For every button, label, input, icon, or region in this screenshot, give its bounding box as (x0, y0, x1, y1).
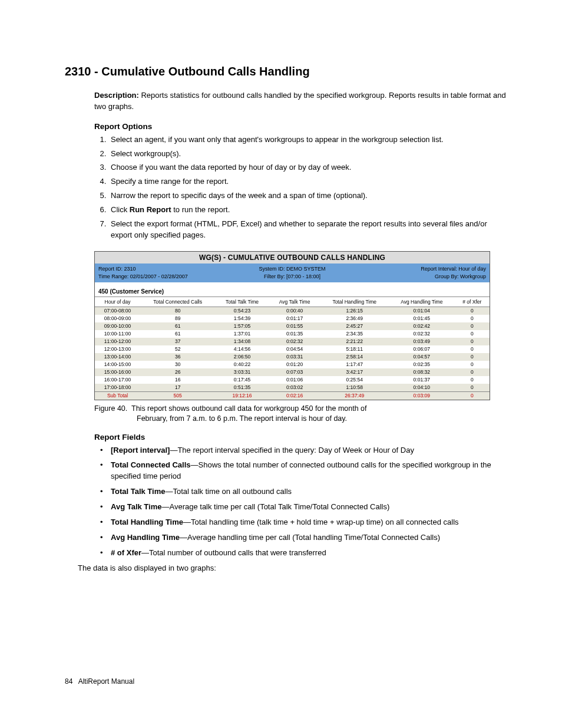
table-cell: 0 (455, 315, 490, 322)
table-cell: 0 (455, 307, 490, 315)
table-cell: 0:01:35 (269, 330, 320, 338)
field-name: [Report interval] (111, 446, 170, 454)
report-data-table: Hour of day Total Connected Calls Total … (95, 297, 490, 400)
table-cell: 07:00-08:00 (95, 307, 140, 315)
description-paragraph: Description: Reports statistics for outb… (94, 90, 509, 113)
table-cell: 16:00-17:00 (95, 376, 140, 384)
table-cell: 16 (140, 376, 215, 384)
table-cell: 0:40:22 (215, 361, 269, 368)
report-meta-bar: Report ID: 2310 System ID: DEMO SYSTEM R… (95, 263, 490, 282)
table-cell: 0:07:03 (269, 368, 320, 376)
table-cell: 1:17:47 (320, 361, 389, 368)
table-row: 15:00-16:00263:03:310:07:033:42:170:08:3… (95, 368, 490, 376)
table-row: 07:00-08:00800:54:230:00:401:26:150:01:0… (95, 307, 490, 315)
field-desc: —The report interval specified in the qu… (170, 446, 414, 454)
table-cell: 0 (455, 376, 490, 384)
table-cell: 0:00:40 (269, 307, 320, 315)
field-name: Avg Talk Time (111, 502, 161, 511)
col-avgtalk: Avg Talk Time (269, 297, 320, 307)
table-cell: 0:51:35 (215, 384, 269, 392)
table-cell: 1:54:39 (215, 315, 269, 322)
table-cell: 0:02:42 (389, 322, 455, 330)
page-number: 84 (65, 677, 72, 686)
workgroup-label: 450 (Customer Service) (95, 282, 490, 297)
list-item: Avg Talk Time—Average talk time per call… (108, 502, 509, 513)
table-cell: 0 (455, 368, 490, 376)
list-item: Total Connected Calls—Shows the total nu… (108, 460, 509, 482)
table-cell: 0 (455, 384, 490, 392)
table-cell: 89 (140, 315, 215, 322)
table-cell: 61 (140, 322, 215, 330)
table-cell: 0 (455, 330, 490, 338)
field-name: # of Xfer (111, 548, 141, 557)
field-desc: —Total handling time (talk time + hold t… (183, 518, 459, 526)
table-cell: 52 (140, 345, 215, 353)
meta-report-id: Report ID: 2310 (98, 265, 227, 273)
embedded-report-figure: WG(S) - CUMULATIVE OUTBOUND CALLS HANDLI… (94, 251, 490, 400)
table-cell: 0 (455, 338, 490, 345)
table-cell: 0:04:54 (269, 345, 320, 353)
table-cell: 4:14:56 (215, 345, 269, 353)
list-item: Select an agent, if you want only that a… (108, 134, 509, 146)
subtotal-row: Sub Total50519:12:160:02:1626:37:490:03:… (95, 391, 490, 400)
list-item: Specify a time range for the report. (108, 176, 509, 187)
table-row: 11:00-12:00371:34:080:02:322:21:220:03:4… (95, 338, 490, 345)
table-cell: 0:06:07 (389, 345, 455, 353)
table-header-row: Hour of day Total Connected Calls Total … (95, 297, 490, 307)
table-cell: 0 (455, 353, 490, 361)
description-label: Description: (94, 91, 139, 100)
col-xfer: # of Xfer (455, 297, 490, 307)
table-cell: 80 (140, 307, 215, 315)
table-cell: 1:34:08 (215, 338, 269, 345)
table-cell: 0:01:04 (389, 307, 455, 315)
table-cell: 19:12:16 (215, 391, 269, 400)
table-row: 16:00-17:00160:17:450:01:060:25:540:01:3… (95, 376, 490, 384)
table-cell: 1:37:01 (215, 330, 269, 338)
table-cell: 36 (140, 353, 215, 361)
table-cell: 0:01:06 (269, 376, 320, 384)
table-cell: 0:02:32 (389, 330, 455, 338)
document-page: 2310 - Cumulative Outbound Calls Handlin… (0, 0, 562, 728)
field-desc: —Average talk time per call (Total Talk … (161, 502, 389, 511)
report-options-list: Select an agent, if you want only that a… (94, 134, 509, 241)
table-cell: 2:06:50 (215, 353, 269, 361)
closing-sentence: The data is also displayed in two graphs… (78, 563, 509, 574)
field-name: Total Talk Time (111, 487, 165, 496)
table-cell: 3:42:17 (320, 368, 389, 376)
field-name: Total Connected Calls (111, 460, 191, 469)
table-cell: 5:18:11 (320, 345, 389, 353)
meta-interval: Report Interval: Hour of day (357, 265, 486, 273)
figure-caption: Figure 40. This report shows outbound ca… (94, 404, 509, 424)
col-hour: Hour of day (95, 297, 140, 307)
figure-text-line1: This report shows outbound call data for… (131, 404, 367, 413)
list-item: Avg Handling Time—Average handling time … (108, 532, 509, 543)
table-cell: Sub Total (95, 391, 140, 400)
report-options-heading: Report Options (94, 122, 509, 131)
table-cell: 0 (455, 361, 490, 368)
table-cell: 61 (140, 330, 215, 338)
table-cell: 11:00-12:00 (95, 338, 140, 345)
table-cell: 0:03:31 (269, 353, 320, 361)
table-row: 09:00-10:00611:57:050:01:552:45:270:02:4… (95, 322, 490, 330)
table-cell: 37 (140, 338, 215, 345)
text-fragment: Click (111, 205, 130, 214)
table-cell: 09:00-10:00 (95, 322, 140, 330)
report-title-bar: WG(S) - CUMULATIVE OUTBOUND CALLS HANDLI… (95, 252, 490, 263)
table-cell: 26 (140, 368, 215, 376)
table-cell: 0:03:02 (269, 384, 320, 392)
col-calls: Total Connected Calls (140, 297, 215, 307)
list-item: Total Handling Time—Total handling time … (108, 517, 509, 528)
table-cell: 1:57:05 (215, 322, 269, 330)
description-text: Reports statistics for outbound calls ha… (94, 91, 506, 111)
table-cell: 0:01:55 (269, 322, 320, 330)
table-cell: 0:01:37 (389, 376, 455, 384)
list-item: Click Run Report to run the report. (108, 205, 509, 216)
table-cell: 0:01:45 (389, 315, 455, 322)
table-cell: 0:02:35 (389, 361, 455, 368)
table-cell: 0:01:17 (269, 315, 320, 322)
table-cell: 13:00-14:00 (95, 353, 140, 361)
table-cell: 26:37:49 (320, 391, 389, 400)
list-item: Choose if you want the data reported by … (108, 162, 509, 173)
table-cell: 14:00-15:00 (95, 361, 140, 368)
table-cell: 1:26:15 (320, 307, 389, 315)
